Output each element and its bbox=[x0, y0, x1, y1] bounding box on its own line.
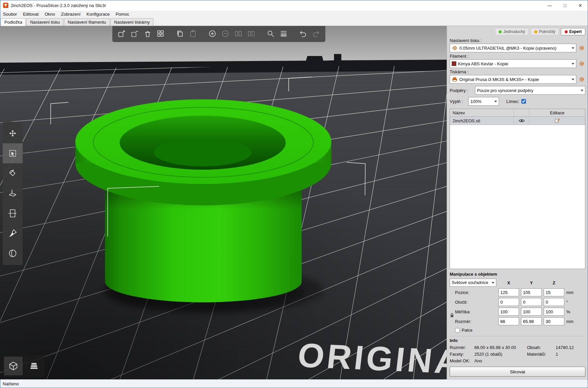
app-window: 2inch2EOS - PrusaSlicer-2.3.0 založený n… bbox=[0, 0, 588, 388]
object-row[interactable]: 2inch2EOS.stl bbox=[450, 117, 585, 125]
3d-view-cube-icon bbox=[8, 361, 18, 371]
printer-value: Original Prusa i3 MK3S & MK3S+ - Kopie bbox=[459, 77, 570, 82]
info-volume-label: Obsah: bbox=[527, 345, 556, 350]
position-z-input[interactable] bbox=[544, 288, 564, 296]
printer-gear-button[interactable] bbox=[578, 76, 585, 83]
add-object-button[interactable] bbox=[116, 27, 128, 40]
advanced-mode-label: Pokročilý bbox=[539, 29, 555, 34]
filament-gear-button[interactable] bbox=[578, 60, 585, 67]
inches-checkbox[interactable] bbox=[455, 328, 460, 333]
menu-editovat[interactable]: Editovat bbox=[20, 11, 42, 18]
paste-button[interactable] bbox=[187, 27, 199, 40]
copy-button[interactable] bbox=[174, 27, 186, 40]
simple-mode-label: Jednoduchý bbox=[503, 29, 525, 34]
slice-button[interactable]: Slicovat bbox=[450, 367, 585, 377]
delete-all-button[interactable] bbox=[142, 27, 154, 40]
cut-tool-button[interactable] bbox=[3, 203, 23, 223]
position-y-input[interactable] bbox=[521, 288, 542, 296]
infill-value: 100% bbox=[470, 99, 493, 104]
object-list-header: Název Editace bbox=[450, 109, 585, 117]
tab-nastaveni-filamentu[interactable]: Nastavení filamentu bbox=[64, 18, 110, 26]
size-y-input[interactable] bbox=[521, 317, 542, 325]
menu-zobrazeni[interactable]: Zobrazení bbox=[58, 11, 84, 18]
window-title: 2inch2EOS - PrusaSlicer-2.3.0 založený n… bbox=[11, 3, 542, 8]
print-settings-gear-button[interactable] bbox=[578, 44, 585, 52]
supports-select[interactable]: Pouze pro vynucené podpěry bbox=[475, 86, 585, 95]
close-button[interactable]: ✕ bbox=[573, 0, 588, 11]
rotate-tool-button[interactable] bbox=[3, 163, 23, 183]
scale-tool-button[interactable] bbox=[3, 143, 23, 163]
3d-viewport-scene[interactable]: ORIGINAL bbox=[0, 26, 447, 379]
add-instance-button[interactable] bbox=[206, 27, 218, 40]
object-visibility-toggle[interactable] bbox=[514, 117, 529, 125]
eye-icon bbox=[519, 119, 525, 123]
info-facets-label: Facety: bbox=[450, 352, 474, 357]
scale-y-input[interactable] bbox=[521, 308, 542, 316]
position-x-input[interactable] bbox=[498, 288, 519, 296]
menu-pomoc[interactable]: Pomoc bbox=[113, 11, 132, 18]
position-unit: mm bbox=[566, 290, 576, 295]
split-to-objects-button[interactable] bbox=[232, 27, 244, 40]
axis-header-x: X bbox=[498, 280, 519, 285]
info-section: Info Rozměr: 66.00 x 65.98 x 30.00 Obsah… bbox=[450, 336, 585, 363]
coordinate-system-select[interactable]: Světové souřadnice bbox=[450, 279, 496, 287]
paint-supports-tool-button[interactable] bbox=[3, 223, 23, 243]
status-text: Načteno bbox=[3, 381, 19, 386]
filament-select[interactable]: Kimya ABS Kevlar - Kopie bbox=[450, 59, 576, 68]
tab-nastaveni-tisku[interactable]: Nastavení tisku bbox=[26, 18, 63, 26]
tab-nastaveni-tiskarny[interactable]: Nastavení tiskárny bbox=[110, 18, 153, 26]
brim-checkbox[interactable] bbox=[521, 99, 526, 104]
3d-editor-view-button[interactable] bbox=[4, 357, 23, 375]
remove-instance-button[interactable] bbox=[219, 27, 231, 40]
expert-mode-dot bbox=[565, 30, 568, 33]
menu-konfigurace[interactable]: Konfigurace bbox=[84, 11, 113, 18]
gear-icon bbox=[579, 77, 584, 82]
model-2inch2eos[interactable] bbox=[75, 99, 331, 302]
size-z-input[interactable] bbox=[544, 317, 564, 325]
place-on-face-tool-button[interactable] bbox=[3, 183, 23, 203]
move-tool-button[interactable] bbox=[3, 123, 23, 143]
filament-color-swatch bbox=[452, 61, 456, 66]
cut-icon bbox=[8, 209, 17, 218]
menu-soubor[interactable]: Soubor bbox=[0, 11, 20, 18]
search-button[interactable] bbox=[265, 27, 277, 40]
mode-simple-button[interactable]: Jednoduchý bbox=[495, 28, 529, 35]
infill-select[interactable]: 100% bbox=[468, 97, 499, 106]
variable-layer-height-button[interactable] bbox=[278, 27, 290, 40]
mode-expert-button[interactable]: Expert bbox=[561, 28, 585, 35]
view-toggles bbox=[3, 355, 45, 377]
size-x-input[interactable] bbox=[498, 317, 519, 325]
preview-view-button[interactable] bbox=[25, 357, 43, 375]
3d-viewport[interactable]: ORIGINAL bbox=[0, 26, 447, 379]
undo-button[interactable] bbox=[297, 27, 309, 40]
print-settings-value: 0.05mm ULTRADETAIL @MK3 - Kopie (upraven… bbox=[459, 46, 570, 51]
redo-button[interactable] bbox=[310, 27, 322, 40]
object-edit-button[interactable] bbox=[529, 117, 585, 125]
seam-tool-button[interactable] bbox=[3, 243, 23, 263]
split-to-parts-button[interactable] bbox=[245, 27, 257, 40]
undo-icon bbox=[299, 30, 307, 38]
filament-label: Filament : bbox=[450, 54, 585, 59]
object-list-empty-area[interactable] bbox=[450, 125, 585, 269]
uniform-scale-lock-icon[interactable] bbox=[450, 313, 454, 319]
delete-object-button[interactable] bbox=[129, 27, 141, 40]
brim-label: Límec: bbox=[506, 99, 519, 104]
arrange-button[interactable] bbox=[155, 27, 167, 40]
chevron-down-icon bbox=[572, 79, 574, 82]
scale-z-input[interactable] bbox=[544, 308, 564, 316]
object-list: Název Editace 2inch2EOS.stl bbox=[450, 109, 585, 269]
scale-x-input[interactable] bbox=[498, 308, 519, 316]
print-settings-select[interactable]: 0.05mm ULTRADETAIL @MK3 - Kopie (upraven… bbox=[450, 44, 576, 52]
rotation-x-input[interactable] bbox=[498, 298, 519, 306]
tab-podlozka[interactable]: Podložka bbox=[1, 18, 26, 26]
menu-okno[interactable]: Okno bbox=[42, 11, 58, 18]
rotation-y-input[interactable] bbox=[521, 298, 542, 306]
printer-select[interactable]: Original Prusa i3 MK3S & MK3S+ - Kopie bbox=[450, 75, 576, 84]
rotation-z-input[interactable] bbox=[544, 298, 564, 306]
minimize-button[interactable]: — bbox=[542, 0, 557, 11]
mode-advanced-button[interactable]: Pokročilý bbox=[531, 28, 559, 35]
chevron-down-icon bbox=[581, 90, 583, 93]
maximize-button[interactable]: □ bbox=[557, 0, 573, 11]
split-to-objects-icon bbox=[234, 30, 242, 38]
supports-label: Podpěry : bbox=[450, 88, 473, 93]
